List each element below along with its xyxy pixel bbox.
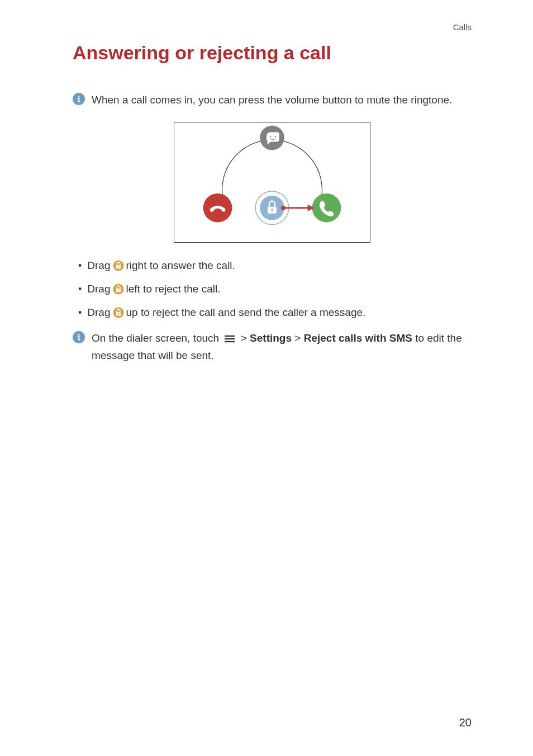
lock-icon	[113, 284, 124, 295]
lock-icon	[113, 307, 124, 318]
svg-point-3	[270, 136, 271, 138]
page-title: Answering or rejecting a call	[73, 42, 472, 64]
answer-icon	[312, 193, 341, 223]
tip-mute-text: When a call comes in, you can press the …	[92, 92, 452, 108]
bullet-drag-right: • Drag right to answer the call.	[78, 259, 472, 272]
lock-icon	[113, 260, 124, 271]
svg-rect-18	[118, 267, 118, 268]
svg-rect-22	[118, 290, 118, 291]
tip2-gt1: >	[241, 332, 247, 344]
illustration-frame	[174, 122, 370, 243]
drag-right-arrow	[281, 205, 315, 211]
bullet-icon: •	[78, 261, 82, 271]
tip-mute-ringtone: When a call comes in, you can press the …	[73, 92, 472, 108]
bullet-drag-left: • Drag left to reject the call.	[78, 283, 472, 295]
tip-edit-text: On the dialer screen, touch > Settings >…	[92, 330, 472, 364]
page-number: 20	[459, 716, 472, 729]
tip2-pre: On the dialer screen, touch	[92, 332, 219, 344]
svg-point-6	[312, 193, 341, 223]
message-icon	[260, 126, 284, 150]
svg-point-4	[275, 136, 276, 138]
svg-rect-26	[118, 314, 118, 315]
tip2-gt2: >	[294, 332, 301, 344]
bullet-icon: •	[78, 308, 82, 318]
tip-edit-sms: On the dialer screen, touch > Settings >…	[73, 330, 472, 364]
info-icon	[73, 93, 85, 105]
decline-icon	[203, 193, 232, 223]
bullet-icon: •	[78, 284, 82, 294]
header-section-label: Calls	[73, 22, 472, 32]
bullet-text-pre: Drag	[87, 259, 110, 272]
instruction-list: • Drag right to answer the call. • Drag	[78, 259, 472, 319]
menu-icon	[223, 334, 236, 343]
svg-point-28	[78, 334, 80, 336]
svg-rect-11	[272, 210, 273, 212]
svg-point-14	[281, 206, 285, 210]
bullet-text-post: left to reject the call.	[126, 283, 221, 295]
svg-point-1	[78, 96, 80, 97]
bullet-text-pre: Drag	[87, 283, 110, 295]
bullet-text-post: right to answer the call.	[126, 259, 235, 272]
bullet-text-post: up to reject the call and send the calle…	[126, 306, 366, 319]
bullet-text-pre: Drag	[87, 306, 110, 319]
call-swipe-illustration	[73, 122, 472, 243]
info-icon	[73, 331, 85, 343]
reject-sms-label: Reject calls with SMS	[304, 332, 412, 344]
settings-label: Settings	[250, 332, 292, 344]
bullet-drag-up: • Drag up to reject the call and send th…	[78, 306, 472, 319]
